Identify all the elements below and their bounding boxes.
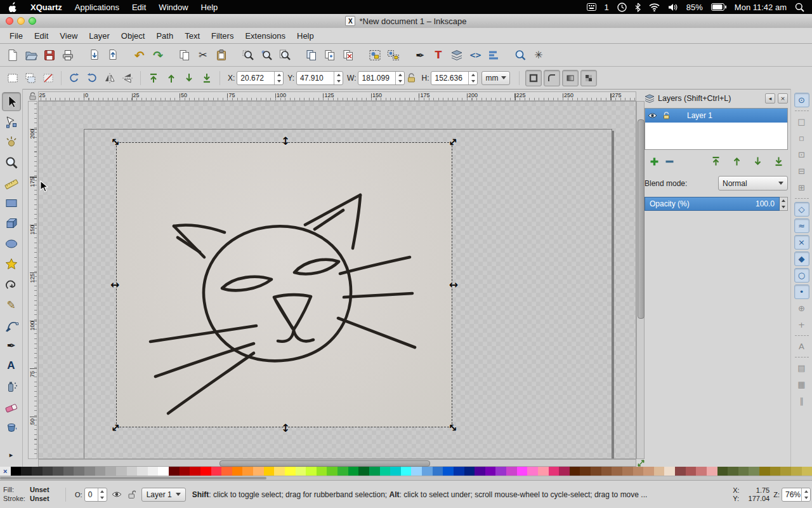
text-tool[interactable]: A	[2, 356, 21, 375]
layers-list[interactable]: Layer 1	[645, 108, 788, 150]
rotate-ccw-button[interactable]	[65, 69, 83, 87]
preferences-button[interactable]: ✳	[530, 46, 547, 64]
transform-corners-toggle[interactable]	[544, 70, 560, 86]
clone-button[interactable]	[321, 46, 339, 64]
palette-swatch[interactable]	[127, 467, 138, 476]
palette-swatch[interactable]	[749, 467, 759, 476]
palette-swatch[interactable]	[527, 467, 538, 476]
w-input[interactable]: 181.099	[358, 71, 405, 85]
scale-handle-n[interactable]: ↕	[281, 136, 290, 147]
spray-tool[interactable]	[2, 377, 21, 396]
palette-scrollbar-thumb[interactable]	[0, 477, 266, 479]
node-editor-tool[interactable]	[2, 112, 21, 131]
canvas-pan-widget[interactable]	[637, 459, 645, 467]
ellipse-tool[interactable]	[2, 234, 21, 253]
palette-swatch[interactable]	[253, 467, 264, 476]
palette-swatch[interactable]	[696, 467, 707, 476]
palette-swatch[interactable]	[32, 467, 43, 476]
opacity-spinner[interactable]	[780, 197, 788, 211]
volume-icon[interactable]	[668, 3, 678, 11]
palette-swatch[interactable]	[337, 467, 348, 476]
palette-swatch[interactable]	[506, 467, 517, 476]
duplicate-button[interactable]	[303, 46, 320, 64]
find-button[interactable]	[511, 46, 529, 64]
snap-object-centers[interactable]: ⊕	[794, 301, 809, 316]
palette-swatch[interactable]	[348, 467, 359, 476]
palette-swatch[interactable]	[495, 467, 506, 476]
scale-handle-s[interactable]: ↕	[281, 423, 290, 434]
palette-swatch[interactable]	[559, 467, 570, 476]
snap-bbox[interactable]: □	[794, 114, 809, 129]
palette-swatch[interactable]	[433, 467, 443, 476]
current-layer-dropdown[interactable]: Layer 1	[141, 488, 186, 502]
snap-cusp-nodes[interactable]: ◆	[794, 251, 809, 266]
layer-lock-statusbar-toggle[interactable]	[126, 489, 138, 500]
menu-path[interactable]: Path	[150, 31, 179, 41]
pencil-tool[interactable]: ✎	[2, 295, 21, 314]
palette-swatch[interactable]	[770, 467, 781, 476]
palette-swatch[interactable]	[580, 467, 591, 476]
redo-button[interactable]: ↷	[149, 46, 167, 64]
undo-button[interactable]: ↶	[131, 46, 148, 64]
horizontal-scrollbar[interactable]	[38, 459, 636, 467]
open-document-button[interactable]	[22, 46, 40, 64]
snap-page-border[interactable]: ▤	[794, 361, 809, 375]
palette-swatch[interactable]	[759, 467, 770, 476]
palette-swatch[interactable]	[242, 467, 253, 476]
palette-swatch[interactable]	[411, 467, 422, 476]
raise-to-top-button[interactable]	[145, 69, 162, 87]
palette-swatch[interactable]	[105, 467, 116, 476]
text-dialog-button[interactable]: T	[429, 46, 447, 64]
layer-lower-to-bottom-button[interactable]	[771, 155, 786, 168]
palette-swatch[interactable]	[137, 467, 148, 476]
3d-box-tool[interactable]	[2, 214, 21, 233]
palette-swatch[interactable]	[422, 467, 433, 476]
snap-bbox-corners[interactable]: ⊡	[794, 147, 809, 162]
palette-swatch[interactable]	[180, 467, 190, 476]
print-button[interactable]	[59, 46, 77, 64]
palette-swatch[interactable]	[738, 467, 749, 476]
palette-swatch[interactable]	[517, 467, 528, 476]
palette-none-swatch[interactable]: ×	[0, 467, 11, 476]
paste-button[interactable]	[213, 46, 230, 64]
transform-pattern-toggle[interactable]	[580, 70, 597, 86]
snap-bbox-centers[interactable]: ⊞	[794, 180, 809, 195]
palette-swatch[interactable]	[675, 467, 686, 476]
layer-lock-toggle[interactable]	[659, 112, 673, 119]
palette-swatch[interactable]	[274, 467, 285, 476]
measure-tool[interactable]	[2, 173, 21, 192]
palette-swatch[interactable]	[802, 467, 812, 476]
snap-text-baseline[interactable]: A	[794, 339, 809, 354]
palette-swatch[interactable]	[475, 467, 485, 476]
palette-swatch[interactable]	[717, 467, 728, 476]
snap-bbox-edge-midpoints[interactable]: ⊟	[794, 164, 809, 178]
palette-swatch[interactable]	[43, 467, 53, 476]
zoom-page-button[interactable]	[276, 46, 294, 64]
flip-vertical-button[interactable]	[119, 69, 136, 87]
selector-tool[interactable]	[2, 92, 21, 111]
tweak-tool[interactable]	[2, 133, 21, 152]
palette-swatch[interactable]	[728, 467, 738, 476]
palette-swatch[interactable]	[74, 467, 84, 476]
fill-stroke-indicator[interactable]: Fill: Unset Stroke: Unset	[0, 486, 62, 503]
palette-swatch[interactable]	[570, 467, 580, 476]
selected-image-object[interactable]: ↔ ↔ ↔ ↔ ↕ ↕ ↔ ↔	[117, 143, 452, 427]
eraser-tool[interactable]	[2, 397, 21, 416]
snap-nodes[interactable]: ◇	[794, 202, 809, 217]
palette-swatch[interactable]	[63, 467, 74, 476]
palette-swatch[interactable]	[285, 467, 296, 476]
copy-button[interactable]	[176, 46, 193, 64]
layer-row[interactable]: Layer 1	[645, 109, 787, 123]
palette-swatch[interactable]	[664, 467, 675, 476]
scale-handle-w[interactable]: ↔	[110, 279, 119, 290]
mac-menu-applications[interactable]: Applications	[69, 3, 126, 12]
raise-button[interactable]	[162, 69, 180, 87]
palette-swatch[interactable]	[116, 467, 127, 476]
palette-swatch[interactable]	[390, 467, 401, 476]
palette-swatch[interactable]	[358, 467, 369, 476]
panel-collapse-button[interactable]: ◂	[765, 93, 775, 104]
menu-edit[interactable]: Edit	[29, 31, 54, 41]
horizontal-scrollbar-thumb[interactable]	[219, 460, 430, 467]
group-button[interactable]	[366, 46, 384, 64]
import-button[interactable]	[86, 46, 103, 64]
